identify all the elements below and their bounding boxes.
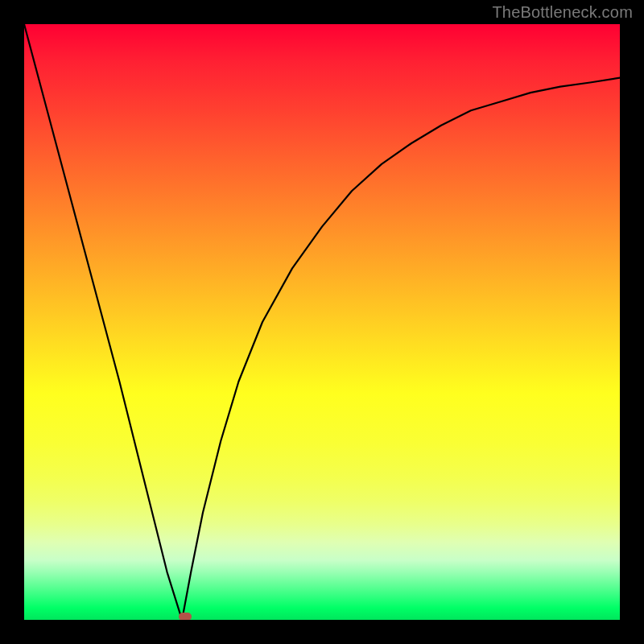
chart-container: TheBottleneck.com	[0, 0, 644, 644]
plot-area	[24, 24, 620, 620]
watermark-label: TheBottleneck.com	[492, 3, 633, 22]
optimum-marker	[179, 613, 192, 620]
curve-svg	[24, 24, 620, 620]
bottleneck-curve	[24, 24, 620, 620]
